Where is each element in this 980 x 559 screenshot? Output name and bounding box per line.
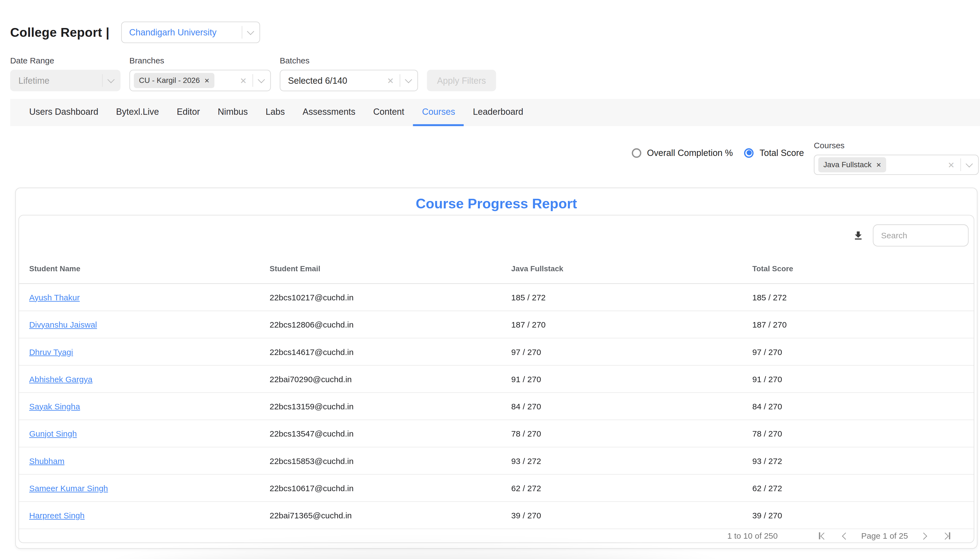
student-name-link[interactable]: Ayush Thakur <box>29 293 80 302</box>
date-range-value: Lifetime <box>18 76 96 86</box>
table-row: Abhishek Gargya 22bai70290@cuchd.in 91 /… <box>19 366 974 393</box>
courses-label: Courses <box>814 141 978 150</box>
student-email: 22bcs10617@cuchd.in <box>270 483 511 493</box>
table-toolbar <box>19 215 974 254</box>
bottom-overflow-shadow <box>114 553 717 559</box>
chevron-down-icon[interactable] <box>108 76 114 83</box>
university-select[interactable]: Chandigarh University <box>121 22 260 43</box>
chevron-down-icon[interactable] <box>258 76 265 83</box>
student-name-link[interactable]: Divyanshu Jaiswal <box>29 319 97 329</box>
tab-nimbus[interactable]: Nimbus <box>209 99 257 126</box>
select-divider <box>960 159 961 171</box>
select-divider <box>241 26 242 39</box>
clear-icon[interactable]: ✕ <box>387 76 394 85</box>
previous-page-button[interactable] <box>841 531 851 541</box>
tab-label: Users Dashboard <box>29 106 98 117</box>
radio-icon[interactable] <box>744 148 754 157</box>
pagination-bar: 1 to 10 of 250 Page 1 of 25 <box>19 529 974 542</box>
radio-total-score[interactable]: Total Score <box>744 148 804 158</box>
chip-remove-icon[interactable]: ✕ <box>204 77 209 84</box>
course-progress-report-card: Course Progress Report Student Name Stud… <box>15 187 977 549</box>
branches-select[interactable]: CU - Kargil - 2026 ✕ ✕ <box>129 70 271 91</box>
tab-leaderboard[interactable]: Leaderboard <box>464 99 532 126</box>
tab-editor[interactable]: Editor <box>168 99 209 126</box>
tab-labs[interactable]: Labs <box>257 99 294 126</box>
chevron-down-icon[interactable] <box>966 160 973 167</box>
radio-overall-completion-[interactable]: Overall Completion % <box>632 148 733 158</box>
total-score: 78 / 270 <box>752 428 963 438</box>
student-email: 22bcs13547@cuchd.in <box>270 428 511 438</box>
column-header-java-fullstack: Java Fullstack <box>511 264 752 273</box>
tab-label: Labs <box>265 106 285 117</box>
last-page-icon <box>949 533 950 539</box>
download-icon <box>852 230 864 241</box>
table-header-row: Student Name Student Email Java Fullstac… <box>19 254 974 284</box>
java-fullstack-score: 39 / 270 <box>511 510 752 520</box>
java-fullstack-score: 93 / 272 <box>511 456 752 466</box>
clear-icon[interactable]: ✕ <box>240 76 247 85</box>
tab-label: Content <box>373 106 404 117</box>
radio-icon[interactable] <box>632 148 642 157</box>
chevron-down-icon[interactable] <box>247 28 254 35</box>
java-fullstack-score: 62 / 272 <box>511 483 752 493</box>
table-row: Divyanshu Jaiswal 22bcs12806@cuchd.in 18… <box>19 311 974 338</box>
radio-label: Overall Completion % <box>647 148 733 158</box>
first-page-icon <box>819 533 820 539</box>
report-title: Course Progress Report <box>16 196 977 212</box>
total-score: 93 / 272 <box>752 456 963 466</box>
tab-label: Leaderboard <box>473 106 523 117</box>
java-fullstack-score: 84 / 270 <box>511 402 752 411</box>
table-row: Dhruv Tyagi 22bcs14617@cuchd.in 97 / 270… <box>19 339 974 366</box>
tab-users-dashboard[interactable]: Users Dashboard <box>20 99 107 126</box>
tab-content[interactable]: Content <box>365 99 413 126</box>
table-row: Ayush Thakur 22bcs10217@cuchd.in 185 / 2… <box>19 284 974 311</box>
student-name-link[interactable]: Sayak Singha <box>29 402 80 411</box>
student-email: 22bcs15853@cuchd.in <box>270 456 511 466</box>
radio-label: Total Score <box>759 148 804 158</box>
tab-label: Courses <box>422 106 455 117</box>
tab-assessments[interactable]: Assessments <box>294 99 365 126</box>
tab-label: Assessments <box>303 106 355 117</box>
last-page-button[interactable] <box>940 530 953 542</box>
student-email: 22bcs10217@cuchd.in <box>270 293 511 302</box>
student-name-link[interactable]: Abhishek Gargya <box>29 374 92 384</box>
tab-bytexl-live[interactable]: Bytexl.Live <box>107 99 168 126</box>
branches-filter: Branches CU - Kargil - 2026 ✕ ✕ <box>129 56 271 91</box>
apply-filters-button[interactable]: Apply Filters <box>427 70 496 91</box>
university-select-value: Chandigarh University <box>129 27 236 37</box>
total-score: 91 / 270 <box>752 374 963 384</box>
table-body: Ayush Thakur 22bcs10217@cuchd.in 185 / 2… <box>19 284 974 529</box>
clear-icon[interactable]: ✕ <box>948 160 955 170</box>
student-name-link[interactable]: Sameer Kumar Singh <box>29 483 108 493</box>
student-email: 22bcs14617@cuchd.in <box>270 347 511 357</box>
table-row: Harpreet Singh 22bai71365@cuchd.in 39 / … <box>19 502 974 529</box>
student-name-link[interactable]: Shubham <box>29 456 64 466</box>
pagination-range: 1 to 10 of 250 <box>727 531 778 541</box>
next-page-button[interactable] <box>919 531 929 541</box>
branch-chip-label: CU - Kargil - 2026 <box>139 76 200 85</box>
table-row: Sameer Kumar Singh 22bcs10617@cuchd.in 6… <box>19 475 974 502</box>
download-button[interactable] <box>852 230 864 241</box>
tab-label: Bytexl.Live <box>116 106 159 117</box>
select-divider <box>252 74 253 87</box>
java-fullstack-score: 78 / 270 <box>511 428 752 438</box>
chevron-down-icon[interactable] <box>405 76 412 83</box>
column-header-student-name: Student Name <box>29 264 270 273</box>
first-page-button[interactable] <box>816 530 829 542</box>
courses-select[interactable]: Java Fullstack ✕ ✕ <box>814 155 978 175</box>
page-title: College Report | <box>10 25 109 40</box>
batches-select[interactable]: Selected 6/140 ✕ <box>280 70 418 91</box>
branches-label: Branches <box>129 56 271 65</box>
student-email: 22bai70290@cuchd.in <box>270 374 511 384</box>
chip-remove-icon[interactable]: ✕ <box>876 161 881 168</box>
student-name-link[interactable]: Dhruv Tyagi <box>29 347 73 357</box>
search-input[interactable] <box>873 224 969 246</box>
date-range-select[interactable]: Lifetime <box>10 70 121 91</box>
total-score: 97 / 270 <box>752 347 963 357</box>
student-name-link[interactable]: Gunjot Singh <box>29 428 77 438</box>
student-email: 22bcs13159@cuchd.in <box>270 402 511 411</box>
student-name-link[interactable]: Harpreet Singh <box>29 510 85 520</box>
tab-bar: Users Dashboard Bytexl.Live Editor Nimbu… <box>10 99 980 126</box>
chevron-left-icon <box>842 532 849 539</box>
tab-courses[interactable]: Courses <box>413 99 464 126</box>
